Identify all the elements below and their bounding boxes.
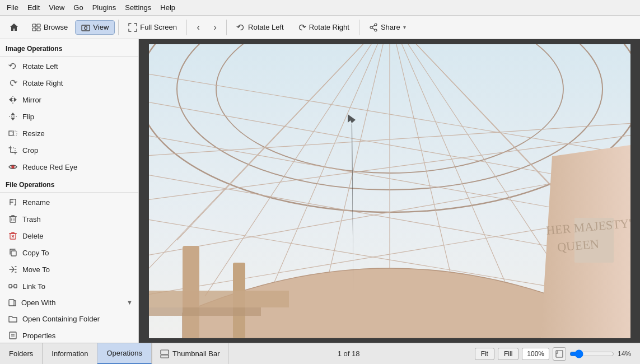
main-image: HER MAJESTY'S QUEEN bbox=[149, 44, 630, 338]
sidebar-copy-to-label: Copy To bbox=[22, 249, 49, 257]
sidebar-item-copy-to[interactable]: Copy To bbox=[0, 244, 138, 261]
svg-rect-39 bbox=[9, 300, 14, 306]
open-with-chevron-icon: ▼ bbox=[127, 299, 133, 306]
sidebar-rename-label: Rename bbox=[22, 198, 50, 207]
next-button[interactable]: › bbox=[207, 20, 223, 35]
fit-label: Fit bbox=[481, 350, 488, 358]
prev-button[interactable]: ‹ bbox=[190, 20, 206, 35]
share-button[interactable]: Share ▾ bbox=[363, 20, 412, 35]
tab-information[interactable]: Information bbox=[43, 343, 97, 364]
thumbnail-bar-label: Thumbnail Bar bbox=[172, 349, 220, 358]
svg-rect-21 bbox=[11, 148, 15, 152]
thumbnail-bar-toggle[interactable]: Thumbnail Bar bbox=[152, 343, 228, 364]
fit-button[interactable]: Fit bbox=[475, 348, 494, 360]
home-button[interactable] bbox=[3, 20, 25, 35]
sidebar-item-flip[interactable]: Flip bbox=[0, 108, 138, 125]
home-icon bbox=[10, 23, 18, 32]
bottom-bar: Folders Information Operations Thumbnail… bbox=[0, 343, 640, 364]
sidebar-crop-label: Crop bbox=[22, 146, 38, 155]
folder-icon bbox=[8, 314, 18, 324]
fullscreen-icon bbox=[128, 23, 137, 32]
toolbar-divider-4 bbox=[359, 20, 359, 35]
tab-folders[interactable]: Folders bbox=[0, 343, 43, 364]
svg-rect-36 bbox=[9, 284, 12, 288]
open-with-left: Open With bbox=[8, 298, 55, 307]
eye-icon bbox=[8, 162, 18, 172]
trash-icon bbox=[8, 214, 18, 224]
menu-file[interactable]: File bbox=[2, 2, 23, 13]
sidebar-item-move-to[interactable]: Move To bbox=[0, 261, 138, 278]
sidebar-item-reduce-red-eye[interactable]: Reduce Red Eye bbox=[0, 158, 138, 175]
thumbnail-bar-icon bbox=[160, 349, 169, 358]
sidebar-item-delete[interactable]: Delete bbox=[0, 227, 138, 244]
svg-point-8 bbox=[370, 26, 372, 29]
share-chevron-icon: ▾ bbox=[403, 24, 406, 30]
svg-rect-40 bbox=[10, 332, 16, 339]
svg-point-6 bbox=[375, 24, 377, 26]
view-label: View bbox=[93, 23, 109, 31]
fill-label: Fill bbox=[504, 350, 512, 358]
fill-button[interactable]: Fill bbox=[498, 348, 518, 360]
zoom-percent-display: 100% bbox=[522, 348, 549, 360]
sidebar-item-trash[interactable]: Trash bbox=[0, 211, 138, 227]
open-with-icon bbox=[8, 298, 17, 307]
toolbar: Browse View Full Screen ‹ › bbox=[0, 16, 640, 39]
open-with-label: Open With bbox=[21, 298, 55, 307]
svg-line-9 bbox=[372, 25, 375, 27]
sidebar-item-rotate-right[interactable]: Rotate Right bbox=[0, 74, 138, 91]
image-ops-title: Image Operations bbox=[0, 39, 138, 57]
sidebar-item-link-to[interactable]: Link To bbox=[0, 278, 138, 295]
svg-marker-13 bbox=[14, 97, 17, 102]
rename-icon bbox=[8, 197, 18, 207]
sidebar-rotate-right-label: Rotate Right bbox=[22, 79, 63, 87]
browse-icon bbox=[32, 23, 41, 32]
menu-help[interactable]: Help bbox=[156, 2, 180, 13]
sidebar-item-open-with[interactable]: Open With ▼ bbox=[0, 295, 138, 310]
sidebar-item-open-containing[interactable]: Open Containing Folder bbox=[0, 310, 138, 327]
svg-rect-1 bbox=[37, 24, 40, 27]
tab-operations[interactable]: Operations bbox=[97, 343, 152, 364]
svg-point-22 bbox=[12, 166, 15, 169]
menu-go[interactable]: Go bbox=[69, 2, 87, 13]
browse-label: Browse bbox=[44, 23, 68, 31]
sidebar-item-crop[interactable]: Crop bbox=[0, 142, 138, 158]
fullscreen-label: Full Screen bbox=[140, 23, 177, 31]
rotate-left-button[interactable]: Rotate Left bbox=[230, 20, 290, 35]
fullscreen-button[interactable]: Full Screen bbox=[122, 20, 183, 35]
image-counter: 1 of 18 bbox=[228, 343, 469, 364]
rotate-left-icon bbox=[8, 61, 18, 71]
svg-rect-79 bbox=[556, 351, 563, 357]
toolbar-divider-2 bbox=[186, 20, 187, 35]
file-ops-title: File Operations bbox=[0, 175, 138, 193]
menu-settings[interactable]: Settings bbox=[120, 2, 156, 13]
sidebar-item-mirror[interactable]: Mirror bbox=[0, 91, 138, 108]
sidebar-item-properties[interactable]: Properties bbox=[0, 327, 138, 343]
svg-rect-23 bbox=[10, 217, 16, 222]
zoom-slider[interactable] bbox=[569, 349, 614, 358]
browse-button[interactable]: Browse bbox=[26, 20, 74, 35]
delete-icon bbox=[8, 231, 18, 241]
main-area: Image Operations Rotate Left Rotate Righ… bbox=[0, 39, 640, 343]
svg-rect-78 bbox=[161, 350, 169, 354]
sidebar-item-rename[interactable]: Rename bbox=[0, 194, 138, 211]
copy-icon bbox=[8, 248, 18, 258]
sidebar-item-rotate-left[interactable]: Rotate Left bbox=[0, 58, 138, 74]
svg-line-10 bbox=[372, 28, 375, 30]
svg-marker-15 bbox=[11, 113, 15, 115]
menu-plugins[interactable]: Plugins bbox=[88, 2, 121, 13]
zoom-to-fit-button[interactable] bbox=[553, 347, 566, 361]
svg-rect-18 bbox=[12, 131, 17, 136]
menu-edit[interactable]: Edit bbox=[23, 2, 44, 13]
flip-icon bbox=[8, 111, 18, 122]
sidebar-properties-label: Properties bbox=[22, 332, 55, 340]
svg-point-7 bbox=[375, 29, 377, 31]
rotate-right-icon bbox=[297, 23, 306, 32]
rotate-right-button[interactable]: Rotate Right bbox=[291, 20, 356, 35]
sidebar-reduce-red-eye-label: Reduce Red Eye bbox=[22, 163, 77, 171]
sidebar-item-resize[interactable]: Resize bbox=[0, 125, 138, 142]
crop-icon bbox=[8, 145, 18, 155]
sidebar-trash-label: Trash bbox=[22, 215, 41, 223]
menu-view[interactable]: View bbox=[44, 2, 69, 13]
view-button[interactable]: View bbox=[75, 20, 115, 35]
share-label: Share bbox=[381, 23, 400, 31]
